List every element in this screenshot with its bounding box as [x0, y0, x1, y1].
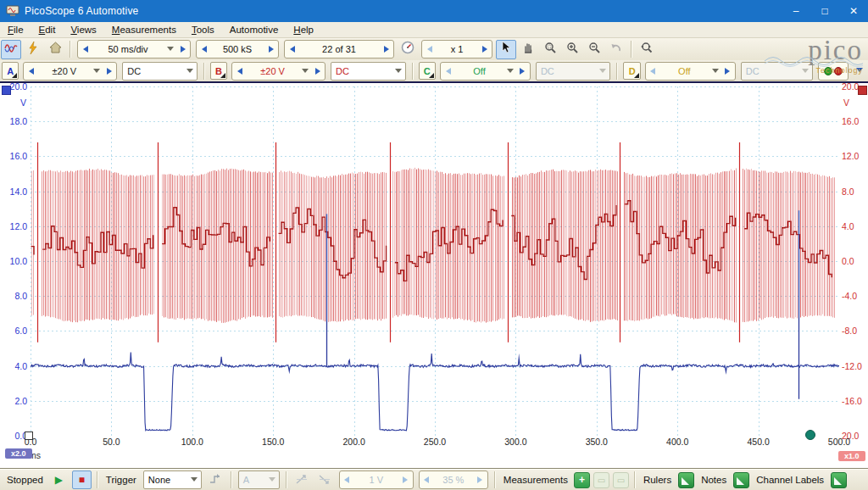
waveform-plot[interactable]	[31, 86, 839, 436]
channel-b-range-decrease[interactable]	[232, 63, 245, 80]
zoom-out-button[interactable]	[584, 40, 604, 59]
chevron-down-icon[interactable]	[93, 69, 100, 76]
menu-item-automotive[interactable]: Automotive	[222, 24, 287, 36]
select-tool-button[interactable]	[496, 40, 516, 59]
toolbar-separator	[412, 63, 414, 80]
menu-item-help[interactable]: Help	[286, 24, 321, 36]
undo-zoom-button[interactable]	[606, 40, 626, 59]
timebase-value[interactable]: 50 ms/div	[91, 44, 165, 54]
statusbar-separator	[286, 471, 287, 488]
samples-increase-button[interactable]	[265, 41, 278, 58]
stop-button[interactable]: ■	[72, 471, 92, 489]
menu-item-views[interactable]: Views	[63, 24, 103, 36]
trigger-edge-button[interactable]	[206, 471, 225, 489]
toolbar-separator	[203, 63, 205, 80]
add-measurement-button[interactable]: +	[574, 472, 590, 488]
chevron-down-icon[interactable]	[712, 69, 719, 76]
channel-c-range-control: Off	[440, 62, 531, 81]
menu-item-measurements[interactable]: Measurements	[104, 24, 184, 36]
marquee-zoom-button[interactable]	[540, 40, 560, 59]
zoom-in-icon	[566, 42, 578, 57]
lightning-icon	[28, 42, 38, 58]
channel-d-range-decrease[interactable]	[646, 63, 659, 80]
channel-labels-toggle-button[interactable]	[831, 472, 847, 488]
statusbar-separator	[634, 471, 636, 488]
zoom-in-button[interactable]	[562, 40, 582, 59]
channel-b-range-increase[interactable]	[312, 63, 325, 80]
channel-b-button[interactable]: B	[210, 62, 227, 80]
channel-d-range-increase[interactable]	[722, 63, 735, 80]
maximize-button[interactable]: □	[810, 0, 839, 22]
channel-b-offset-marker[interactable]	[805, 430, 815, 440]
pretrigger-increase-button[interactable]	[475, 471, 487, 488]
channel-c-range[interactable]: Off	[453, 66, 505, 76]
channel-d-range[interactable]: Off	[659, 66, 710, 76]
menu-item-file[interactable]: File	[0, 24, 31, 36]
channel-b-range-control: ±20 V	[231, 62, 326, 81]
buffer-previous-button[interactable]	[285, 41, 298, 58]
channel-a-button[interactable]: A	[2, 62, 19, 80]
y-tick-label: 16.0	[0, 151, 27, 161]
channel-b-range[interactable]: ±20 V	[245, 66, 300, 76]
logo-waves-icon	[765, 54, 863, 68]
right-arrow-icon	[477, 476, 486, 483]
notes-toggle-button[interactable]	[733, 472, 749, 488]
samples-value[interactable]: 500 kS	[209, 44, 265, 54]
y-tick-label: 12.0	[0, 221, 27, 231]
channel-c-button[interactable]: C	[419, 62, 436, 80]
menu-item-tools[interactable]: Tools	[184, 24, 222, 36]
channel-b-axis-marker[interactable]	[858, 86, 867, 95]
channel-a-coupling-select[interactable]: DC	[122, 62, 198, 81]
channel-b-coupling-select[interactable]: DC	[331, 62, 406, 81]
chevron-down-icon[interactable]	[507, 69, 514, 76]
channel-c-range-decrease[interactable]	[441, 63, 453, 80]
chevron-down-icon	[395, 69, 402, 76]
channel-a-axis-marker[interactable]	[2, 86, 11, 95]
samples-decrease-button[interactable]	[197, 41, 209, 58]
y-tick-label: 2.0	[0, 396, 27, 406]
zoom-overview-button[interactable]	[637, 40, 657, 59]
channel-a-ground-marker[interactable]	[25, 432, 33, 440]
left-arrow-icon	[442, 68, 451, 75]
channel-a-range[interactable]: ±20 V	[36, 66, 92, 76]
channel-labels-label: Channel Labels	[756, 475, 824, 485]
home-button[interactable]	[45, 40, 65, 59]
timebase-decrease-button[interactable]	[78, 41, 91, 58]
channel-a-range-increase[interactable]	[103, 63, 116, 80]
scope-view: 20.018.016.014.012.010.08.06.04.02.00.0 …	[0, 81, 868, 468]
channel-d-button[interactable]: D	[623, 62, 640, 80]
zoom-decrease-button[interactable]	[422, 41, 435, 58]
menu-item-edit[interactable]: Edit	[31, 24, 64, 36]
y-tick-label: -12.0	[842, 361, 868, 371]
channel-a-zoom-badge: x2.0	[5, 448, 32, 459]
timebase-increase-button[interactable]	[177, 41, 190, 58]
main-toolbar: 50 ms/div 500 kS 22 of 31 x 1	[0, 38, 868, 60]
level-decrease-button[interactable]	[340, 471, 353, 488]
minimize-button[interactable]: –	[782, 0, 810, 22]
rulers-toggle-button[interactable]	[678, 472, 694, 488]
start-button[interactable]: ▶	[49, 471, 69, 489]
channel-a-range-decrease[interactable]	[24, 63, 36, 80]
y-tick-label: 14.0	[0, 187, 27, 197]
status-bar: Stopped ▶ ■ Trigger None A 1 V 35 % Meas…	[0, 468, 868, 490]
cursor-icon	[501, 42, 511, 57]
close-button[interactable]: ✕	[839, 0, 868, 22]
zoom-increase-button[interactable]	[479, 41, 492, 58]
x-tick-label: 450.0	[747, 437, 769, 447]
toolbar-separator	[616, 63, 618, 80]
pan-tool-button[interactable]	[518, 40, 538, 59]
buffer-position: 22 of 31	[298, 44, 381, 54]
channel-c-range-increase[interactable]	[517, 63, 530, 80]
scope-view-button[interactable]	[1, 40, 21, 59]
buffer-next-button[interactable]	[381, 41, 393, 58]
channel-d-label: D	[629, 66, 636, 76]
level-increase-button[interactable]	[400, 471, 413, 488]
chevron-down-icon[interactable]	[302, 69, 309, 76]
pretrigger-decrease-button[interactable]	[420, 471, 432, 488]
trigger-mode-select[interactable]: None	[143, 471, 202, 489]
trigger-mode-value: None	[148, 475, 189, 485]
auto-setup-button[interactable]	[23, 40, 43, 59]
right-arrow-icon	[107, 68, 115, 75]
chevron-down-icon[interactable]	[167, 47, 174, 54]
buffer-overview-button[interactable]	[398, 40, 418, 59]
